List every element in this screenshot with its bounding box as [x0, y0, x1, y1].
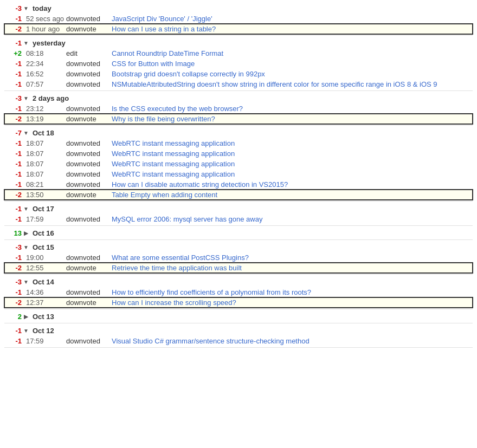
- section-header-oct14[interactable]: -3 ▼Oct 14: [4, 276, 473, 287]
- section-header-today[interactable]: -3 ▼today: [4, 2, 473, 14]
- section-header-oct18[interactable]: -7 ▼Oct 18: [4, 127, 473, 138]
- row-time: 08:18: [26, 49, 64, 57]
- row-link[interactable]: WebRTC instant messaging application: [112, 139, 235, 147]
- row-link[interactable]: Table Empty when adding content: [112, 191, 217, 199]
- row-score: -1: [4, 170, 22, 178]
- section-arrow-icon[interactable]: ▼: [22, 95, 30, 101]
- row-time: 17:59: [26, 337, 64, 345]
- section-divider: [4, 125, 473, 126]
- row-link[interactable]: WebRTC instant messaging application: [112, 160, 235, 168]
- section-divider: [4, 201, 473, 202]
- section-label: Oct 12: [33, 327, 54, 335]
- row-action: downvoted: [66, 105, 109, 113]
- row-link[interactable]: WebRTC instant messaging application: [112, 170, 235, 178]
- section-label: Oct 15: [33, 243, 54, 251]
- section-header-2-days-ago[interactable]: -3 ▼2 days ago: [4, 92, 473, 103]
- table-row: -118:07downvotedWebRTC instant messaging…: [4, 138, 473, 148]
- row-link[interactable]: Why is the file being overwritten?: [112, 115, 215, 123]
- section-label: today: [33, 4, 51, 12]
- table-row: -152 secs agodownvotedJavaScript Div 'Bo…: [4, 14, 473, 24]
- row-link[interactable]: Retrieve the time the application was bu…: [112, 264, 242, 272]
- row-link[interactable]: How can I use a string in a table?: [112, 25, 216, 33]
- table-row: -212:37downvoteHow can I increase the sc…: [4, 297, 473, 308]
- table-row: -213:19downvoteWhy is the file being ove…: [4, 114, 473, 124]
- section-arrow-icon[interactable]: ▼: [22, 328, 30, 334]
- table-row: -116:52downvotedBootstrap grid doesn't c…: [4, 69, 473, 79]
- row-action: downvote: [66, 298, 109, 307]
- row-link[interactable]: CSS for Button with Image: [112, 60, 195, 68]
- row-score: -1: [4, 60, 22, 68]
- section-score: -1: [4, 205, 22, 213]
- section-divider: [4, 90, 473, 91]
- row-time: 19:00: [26, 254, 64, 262]
- section-arrow-icon[interactable]: ▼: [22, 40, 30, 46]
- section-arrow-icon[interactable]: ▼: [22, 130, 30, 136]
- section-header-oct12[interactable]: -1 ▼Oct 12: [4, 324, 473, 336]
- row-time: 12:37: [26, 298, 64, 307]
- row-time: 52 secs ago: [26, 15, 64, 23]
- row-link[interactable]: NSMutableAttributedString doesn't show s…: [112, 80, 437, 88]
- row-score: -1: [4, 15, 22, 23]
- row-time: 18:07: [26, 150, 64, 158]
- row-time: 18:07: [26, 160, 64, 168]
- row-score: -1: [4, 254, 22, 262]
- section-label: 2 days ago: [33, 94, 69, 102]
- row-score: -1: [4, 160, 22, 168]
- row-link[interactable]: MySQL error 2006: mysql server has gone …: [112, 215, 262, 223]
- row-action: downvoted: [66, 70, 109, 78]
- section-score: 13: [4, 229, 22, 237]
- row-score: -1: [4, 139, 22, 147]
- row-link[interactable]: JavaScript Div 'Bounce' / 'Jiggle': [112, 15, 212, 23]
- section-score: -3: [4, 94, 22, 102]
- section-divider: [4, 35, 473, 36]
- row-time: 22:34: [26, 60, 64, 68]
- section-label: Oct 17: [33, 205, 54, 213]
- section-score: 2: [4, 313, 22, 321]
- section-header-oct16[interactable]: 13 ▶Oct 16: [4, 227, 473, 238]
- row-link[interactable]: What are some essential PostCSS Plugins?: [112, 254, 249, 262]
- section-score: -3: [4, 4, 22, 12]
- section-header-oct15[interactable]: -3 ▼Oct 15: [4, 241, 473, 252]
- row-score: -1: [4, 337, 22, 345]
- row-link[interactable]: Cannot Roundtrip DateTime Format: [112, 49, 223, 57]
- row-score: -2: [4, 264, 22, 272]
- row-link[interactable]: How to efficiently find coefficients of …: [112, 288, 311, 296]
- row-link[interactable]: How can I increase the scrolling speed?: [112, 298, 236, 307]
- section-arrow-icon[interactable]: ▼: [22, 5, 30, 11]
- reputation-history: -3 ▼today-152 secs agodownvotedJavaScrip…: [0, 0, 477, 351]
- row-action: downvoted: [66, 254, 109, 262]
- section-arrow-icon[interactable]: ▼: [22, 244, 30, 250]
- section-divider: [4, 274, 473, 275]
- row-link[interactable]: Visual Studio C# grammar/sentence struct…: [112, 337, 310, 345]
- section-arrow-icon[interactable]: ▶: [22, 230, 30, 236]
- row-link[interactable]: How can I disable automatic string detec…: [112, 180, 288, 189]
- section-divider: [4, 347, 473, 348]
- row-time: 18:07: [26, 170, 64, 178]
- row-time: 13:19: [26, 115, 64, 123]
- section-header-yesterday[interactable]: -1 ▼yesterday: [4, 37, 473, 48]
- table-row: -117:59downvotedVisual Studio C# grammar…: [4, 336, 473, 346]
- row-link[interactable]: Is the CSS executed by the web browser?: [112, 105, 243, 113]
- table-row: -212:55downvoteRetrieve the time the app…: [4, 263, 473, 273]
- section-arrow-icon[interactable]: ▼: [22, 279, 30, 285]
- row-score: -1: [4, 70, 22, 78]
- row-action: downvote: [66, 191, 109, 199]
- row-link[interactable]: WebRTC instant messaging application: [112, 150, 235, 158]
- table-row: -118:07downvotedWebRTC instant messaging…: [4, 159, 473, 169]
- section-label: Oct 18: [33, 129, 54, 137]
- section-score: -3: [4, 278, 22, 286]
- table-row: -117:59downvotedMySQL error 2006: mysql …: [4, 214, 473, 224]
- section-arrow-icon[interactable]: ▶: [22, 314, 30, 320]
- row-action: downvoted: [66, 15, 109, 23]
- row-time: 07:57: [26, 80, 64, 88]
- section-label: Oct 13: [33, 313, 54, 321]
- row-link[interactable]: Bootstrap grid doesn't collapse correctl…: [112, 70, 265, 78]
- section-header-oct13[interactable]: 2 ▶Oct 13: [4, 310, 473, 322]
- section-arrow-icon[interactable]: ▼: [22, 206, 30, 212]
- section-header-oct17[interactable]: -1 ▼Oct 17: [4, 203, 473, 214]
- table-row: -114:36downvotedHow to efficiently find …: [4, 287, 473, 297]
- row-action: downvoted: [66, 80, 109, 88]
- row-action: downvoted: [66, 288, 109, 296]
- section-label: Oct 14: [33, 278, 54, 286]
- row-action: downvoted: [66, 60, 109, 68]
